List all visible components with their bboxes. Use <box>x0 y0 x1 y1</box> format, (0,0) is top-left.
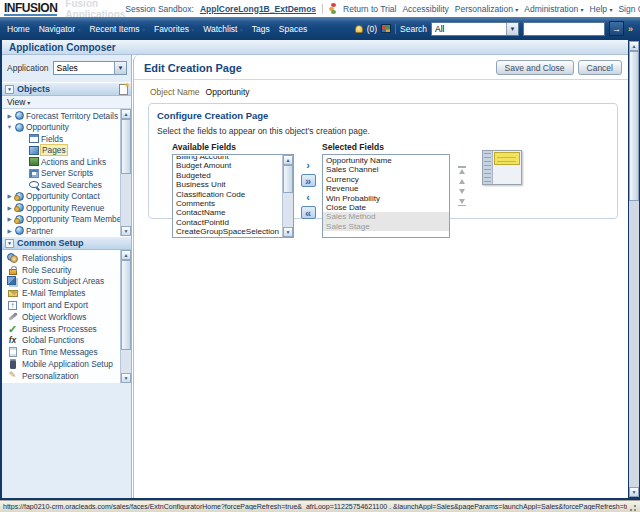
nav-tags[interactable]: Tags <box>252 24 270 34</box>
tree-item-opportunity[interactable]: ▼ Opportunity <box>2 122 120 134</box>
list-item[interactable]: Comments <box>173 199 282 208</box>
list-item[interactable]: Created By <box>173 237 282 238</box>
tree-item-forecast-territory-details[interactable]: ▶ Forecast Territory Details <box>2 110 120 122</box>
save-and-close-button[interactable]: Save and Close <box>496 60 574 75</box>
common-item-global-functions[interactable]: fx Global Functions <box>2 335 120 347</box>
move-selected-left-button[interactable]: ‹ <box>301 190 316 203</box>
advanced-search-icon[interactable]: » <box>628 24 633 34</box>
selected-fields-listbox[interactable]: Opportunity Name Sales Channel Currency … <box>322 154 450 238</box>
help-menu[interactable]: Help ▾ <box>590 4 613 14</box>
common-item-email-templates[interactable]: E-Mail Templates <box>2 287 120 299</box>
page-scrollbar[interactable]: ▲ ▼ <box>628 40 640 498</box>
tiles-icon[interactable] <box>381 24 391 33</box>
search-input[interactable] <box>523 22 605 36</box>
common-item-relationships[interactable]: Relationships <box>2 252 120 264</box>
common-item-object-workflows[interactable]: Object Workflows <box>2 311 120 323</box>
list-item[interactable]: ContactPointId <box>173 218 282 227</box>
list-item[interactable]: Revenue <box>323 184 449 193</box>
tree-item-opportunity-team-member[interactable]: ▶ Opportunity Team Member <box>2 214 120 226</box>
scrollbar-thumb[interactable] <box>283 165 293 193</box>
common-item-custom-subject-areas[interactable]: Custom Subject Areas <box>2 276 120 288</box>
dropdown-arrow-icon[interactable]: ▼ <box>506 23 518 35</box>
expand-icon[interactable]: ▶ <box>6 113 13 119</box>
return-to-trial-link[interactable]: Return to Trial <box>343 4 396 14</box>
collapse-icon[interactable]: ▾ <box>5 85 14 94</box>
available-fields-scrollbar[interactable]: ▲ ▼ <box>282 155 293 237</box>
session-sandbox-link[interactable]: ApplCoreLong1B_ExtDemos <box>200 4 316 14</box>
administration-menu[interactable]: Administration ▾ <box>524 4 583 14</box>
move-selected-right-button[interactable]: › <box>301 158 316 171</box>
collapse-icon[interactable]: ▼ <box>6 124 13 130</box>
objects-accordion-header[interactable]: ▾ Objects <box>2 82 131 96</box>
dropdown-arrow-icon[interactable]: ▼ <box>114 62 126 74</box>
common-item-business-processes[interactable]: ✓ Business Processes <box>2 323 120 335</box>
scroll-up-icon[interactable]: ▲ <box>629 41 639 51</box>
tree-item-opportunity-revenue[interactable]: ▶ Opportunity Revenue <box>2 202 120 214</box>
common-item-personalization[interactable]: ✎ Personalization <box>2 370 120 382</box>
nav-recent-items-menu[interactable]: Recent Items ▾ <box>89 24 144 34</box>
nav-spaces[interactable]: Spaces <box>279 24 307 34</box>
list-item[interactable]: Close Date <box>323 203 449 212</box>
tree-item-fields[interactable]: Fields <box>2 133 120 145</box>
common-item-mobile-application-setup[interactable]: Mobile Application Setup <box>2 358 120 370</box>
personalization-menu[interactable]: Personalization ▾ <box>455 4 519 14</box>
tree-scrollbar[interactable]: ▲ ▼ <box>120 109 131 236</box>
tree-item-server-scripts[interactable]: Server Scripts <box>2 168 120 180</box>
cancel-button[interactable]: Cancel <box>578 60 622 75</box>
move-down-button[interactable] <box>459 189 465 194</box>
list-item[interactable]: Win Probability <box>323 194 449 203</box>
scrollbar-thumb[interactable] <box>121 260 131 350</box>
scrollbar-thumb[interactable] <box>121 119 131 174</box>
list-item[interactable]: Opportunity Name <box>323 156 449 165</box>
scrollbar-track[interactable]: ▲ ▼ <box>629 41 639 497</box>
expand-icon[interactable]: ▶ <box>6 228 13 234</box>
scroll-down-icon[interactable]: ▼ <box>283 227 293 237</box>
move-all-left-button[interactable]: « <box>301 206 316 219</box>
scroll-down-icon[interactable]: ▼ <box>121 226 131 236</box>
tree-item-pages[interactable]: Pages <box>2 145 120 157</box>
available-fields-listbox[interactable]: Billing Account Budget Amount Budgeted B… <box>172 154 294 238</box>
tree-item-actions-and-links[interactable]: Actions and Links <box>2 156 120 168</box>
common-setup-scrollbar[interactable]: ▲ ▼ <box>120 250 131 383</box>
application-select[interactable]: Sales ▼ <box>53 61 127 75</box>
collapse-icon[interactable]: ▾ <box>5 239 14 248</box>
expand-icon[interactable]: ▶ <box>6 205 13 211</box>
scroll-up-icon[interactable]: ▲ <box>121 109 131 119</box>
expand-icon[interactable]: ▶ <box>6 193 13 199</box>
move-to-top-button[interactable] <box>458 166 466 174</box>
notification-bell-icon[interactable] <box>355 25 363 33</box>
list-item[interactable]: Business Unit <box>173 180 282 189</box>
search-go-button[interactable]: → <box>609 21 624 36</box>
expand-icon[interactable]: ▶ <box>6 216 13 222</box>
move-up-button[interactable] <box>459 179 465 184</box>
new-object-icon[interactable] <box>119 84 128 95</box>
list-item[interactable]: Sales Channel <box>323 165 449 174</box>
list-item[interactable]: CreateGroupSpaceSelection <box>173 227 282 236</box>
move-all-right-button[interactable]: » <box>301 174 316 187</box>
scroll-up-icon[interactable]: ▲ <box>121 250 131 260</box>
common-item-import-export[interactable]: ↑ Import and Export <box>2 299 120 311</box>
list-item[interactable]: ContactName <box>173 208 282 217</box>
list-item[interactable]: Budgeted <box>173 171 282 180</box>
sign-out-link[interactable]: Sign Out <box>618 4 640 14</box>
common-item-run-time-messages[interactable]: Run Time Messages <box>2 346 120 358</box>
nav-navigator-menu[interactable]: Navigator ▾ <box>39 24 81 34</box>
tree-item-opportunity-contact[interactable]: ▶ Opportunity Contact <box>2 191 120 203</box>
list-item[interactable]: Budget Amount <box>173 161 282 170</box>
scroll-up-icon[interactable]: ▲ <box>283 155 293 165</box>
scroll-down-icon[interactable]: ▼ <box>121 373 131 383</box>
common-setup-accordion-header[interactable]: ▾ Common Setup <box>2 236 131 250</box>
tree-item-saved-searches[interactable]: Saved Searches <box>2 179 120 191</box>
resize-grip-icon[interactable] <box>627 502 637 512</box>
nav-home[interactable]: Home <box>7 24 30 34</box>
search-scope-select[interactable]: All ▼ <box>431 22 519 36</box>
list-item[interactable]: Currency <box>323 175 449 184</box>
move-to-bottom-button[interactable] <box>458 199 466 207</box>
list-item[interactable]: Classification Code <box>173 190 282 199</box>
scrollbar-thumb[interactable] <box>629 51 639 201</box>
accessibility-link[interactable]: Accessibility <box>402 4 448 14</box>
common-item-role-security[interactable]: Role Security <box>2 264 120 276</box>
nav-favorites-menu[interactable]: Favorites ▾ <box>154 24 194 34</box>
view-menu[interactable]: View ▾ <box>2 96 131 109</box>
scroll-down-icon[interactable]: ▼ <box>629 487 639 497</box>
